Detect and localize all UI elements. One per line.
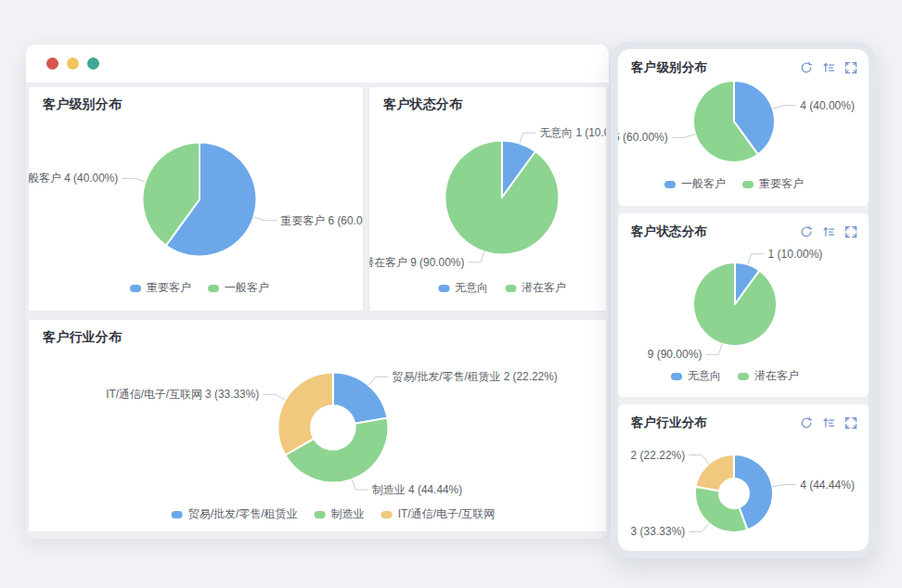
legend-label: 潜在客户 — [754, 368, 799, 384]
pie-slice-IT/通信/电子/互联网[interactable] — [277, 373, 332, 455]
sidebar-panels: 客户级别分布 4 (40.00%)6 (60.00%) 一般客户重要客户 客户状… — [618, 49, 869, 551]
callout-connector — [253, 217, 277, 221]
legend-item-无意向[interactable]: 无意向 — [438, 280, 488, 296]
panel-customer-status: 客户状态分布 无意向 1 (10.00%)潜在客户 9 (90.00%) 无意向… — [368, 86, 607, 312]
customer-level-legend: 重要客户一般客户 — [130, 280, 269, 296]
sidebar-customer-status-legend: 无意向潜在客户 — [671, 368, 799, 384]
legend-item-贸易/批发/零售/租赁业[interactable]: 贸易/批发/零售/租赁业 — [172, 506, 298, 522]
window-maximize-button[interactable] — [87, 58, 99, 70]
legend-item-无意向[interactable]: 无意向 — [671, 368, 721, 384]
legend-marker — [172, 511, 183, 518]
slice-callout: 4 (44.44%) — [800, 479, 855, 492]
fullscreen-icon[interactable] — [844, 61, 857, 74]
slice-callout: 潜在客户 9 (90.00%) — [369, 256, 464, 269]
slice-callout: 6 (60.00%) — [618, 131, 668, 144]
panel-customer-industry: 客户行业分布 贸易/批发/零售/租赁业 2 (22.22%)制造业 4 (44.… — [28, 319, 607, 532]
slice-callout: 2 (22.22%) — [631, 449, 686, 462]
panel-toolbar — [800, 416, 857, 429]
sidebar-title-customer-industry: 客户行业分布 — [631, 415, 707, 431]
window-minimize-button[interactable] — [67, 58, 79, 70]
sort-ascending-icon[interactable] — [822, 416, 835, 429]
pie-slice-贸易/批发/零售/租赁业[interactable] — [333, 373, 388, 424]
legend-label: 一般客户 — [681, 176, 726, 192]
callout-connector — [368, 377, 389, 385]
sort-ascending-icon[interactable] — [822, 61, 835, 74]
slice-callout: IT/通信/电子/互联网 3 (33.33%) — [106, 388, 259, 401]
sidebar-panel-customer-industry: 客户行业分布 4 (44.44%)3 (33.33%)2 (22.22%) — [618, 404, 869, 551]
legend-marker — [664, 181, 676, 188]
panel-customer-level: 客户级别分布 重要客户 6 (60.00%)一般客户 4 (40.00%) 重要… — [28, 86, 364, 312]
slice-callout: 一般客户 4 (40.00%) — [29, 172, 118, 185]
legend-item-潜在客户[interactable]: 潜在客户 — [738, 368, 799, 384]
main-window: 客户级别分布 重要客户 6 (60.00%)一般客户 4 (40.00%) 重要… — [26, 45, 609, 539]
legend-marker — [208, 285, 219, 292]
pie-slice-3[interactable] — [695, 487, 747, 532]
legend-marker — [671, 373, 682, 380]
legend-item-重要客户[interactable]: 重要客户 — [742, 176, 804, 192]
pie-slice-2[interactable] — [696, 454, 734, 491]
pie-slice-潜在客户[interactable] — [693, 262, 777, 346]
legend-marker — [315, 511, 326, 518]
dashboard-content: 客户级别分布 重要客户 6 (60.00%)一般客户 4 (40.00%) 重要… — [26, 83, 609, 538]
legend-item-潜在客户[interactable]: 潜在客户 — [505, 280, 566, 296]
callout-connector — [263, 394, 285, 400]
legend-label: 重要客户 — [147, 280, 191, 296]
legend-item-一般客户[interactable]: 一般客户 — [208, 280, 269, 296]
slice-callout: 贸易/批发/零售/租赁业 2 (22.22%) — [393, 370, 558, 383]
slice-callout: 无意向 1 (10.00%) — [539, 126, 606, 139]
panel-toolbar — [800, 61, 857, 74]
customer-status-pie-chart: 无意向 1 (10.00%)潜在客户 9 (90.00%) — [369, 87, 606, 311]
callout-connector — [468, 251, 484, 262]
slice-callout: 3 (33.33%) — [631, 525, 686, 538]
customer-industry-donut-chart: 贸易/批发/零售/租赁业 2 (22.22%)制造业 4 (44.44%)IT/… — [29, 320, 606, 531]
legend-label: 一般客户 — [225, 280, 269, 296]
callout-connector — [689, 523, 709, 531]
legend-label: 无意向 — [455, 280, 488, 296]
callout-connector — [672, 134, 695, 138]
legend-label: 重要客户 — [759, 176, 804, 192]
sidebar-panel-customer-level: 客户级别分布 4 (40.00%)6 (60.00%) 一般客户重要客户 — [618, 49, 869, 206]
legend-marker — [742, 181, 754, 188]
legend-label: IT/通信/电子/互联网 — [398, 506, 496, 522]
refresh-icon[interactable] — [800, 225, 813, 238]
sidebar-panel-customer-status: 客户状态分布 1 (10.00%)9 (90.00%) 无意向潜在客户 — [618, 213, 869, 397]
legend-item-制造业[interactable]: 制造业 — [315, 506, 365, 522]
callout-connector — [352, 479, 368, 490]
sidebar-title-customer-level: 客户级别分布 — [631, 59, 707, 76]
customer-status-legend: 无意向潜在客户 — [438, 280, 566, 296]
callout-connector — [705, 344, 722, 354]
legend-item-一般客户[interactable]: 一般客户 — [664, 176, 726, 192]
legend-item-IT/通信/电子/互联网[interactable]: IT/通信/电子/互联网 — [381, 506, 496, 522]
pie-slice-潜在客户[interactable] — [445, 141, 559, 255]
sidebar-customer-level-legend: 一般客户重要客户 — [664, 176, 804, 192]
legend-marker — [438, 285, 449, 292]
callout-connector — [748, 254, 765, 264]
legend-marker — [130, 285, 141, 292]
sidebar-panel-header: 客户行业分布 — [618, 404, 869, 431]
sidebar-preview: 客户级别分布 4 (40.00%)6 (60.00%) 一般客户重要客户 客户状… — [611, 42, 876, 558]
slice-callout: 1 (10.00%) — [768, 248, 823, 261]
window-close-button[interactable] — [46, 58, 58, 70]
panel-title-customer-status: 客户状态分布 — [383, 96, 462, 113]
customer-level-pie-chart: 重要客户 6 (60.00%)一般客户 4 (40.00%) — [29, 87, 363, 311]
panel-title-customer-industry: 客户行业分布 — [43, 329, 122, 346]
slice-callout: 9 (90.00%) — [648, 348, 702, 361]
legend-marker — [381, 511, 393, 518]
legend-label: 制造业 — [331, 506, 365, 522]
callout-connector — [122, 178, 145, 182]
legend-label: 无意向 — [688, 368, 721, 384]
refresh-icon[interactable] — [800, 416, 813, 429]
fullscreen-icon[interactable] — [844, 225, 857, 238]
legend-marker — [505, 285, 516, 292]
legend-label: 贸易/批发/零售/租赁业 — [188, 506, 298, 522]
sort-ascending-icon[interactable] — [822, 225, 835, 238]
callout-connector — [773, 106, 796, 109]
legend-marker — [738, 373, 749, 380]
refresh-icon[interactable] — [800, 61, 813, 74]
fullscreen-icon[interactable] — [844, 416, 857, 429]
legend-label: 潜在客户 — [522, 280, 566, 296]
callout-connector — [772, 485, 796, 487]
customer-industry-legend: 贸易/批发/零售/租赁业制造业IT/通信/电子/互联网 — [172, 506, 496, 522]
legend-item-重要客户[interactable]: 重要客户 — [130, 280, 191, 296]
callout-connector — [520, 133, 536, 143]
